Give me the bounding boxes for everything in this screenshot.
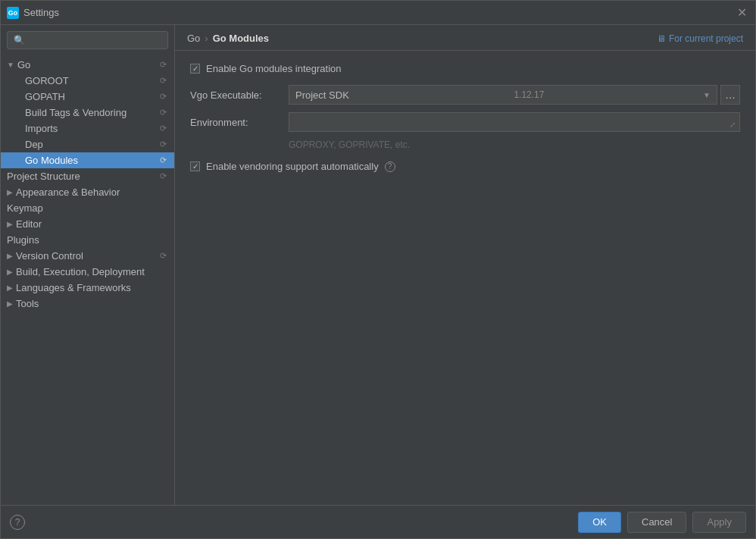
ok-button[interactable]: OK [578,512,621,533]
reset-icon: ⟳ [158,171,168,182]
sidebar-item-goroot[interactable]: GOROOT ⟳ [1,73,174,89]
sidebar-item-label: Dep [25,139,158,150]
cancel-button[interactable]: Cancel [627,512,686,533]
sidebar-item-gopath[interactable]: GOPATH ⟳ [1,89,174,105]
chevron-right-icon: ▶ [7,299,13,308]
enable-vendoring-label: Enable vendoring support automatically [206,161,379,172]
sidebar-item-label: Imports [25,123,158,134]
sidebar-item-label: Plugins [7,234,168,246]
sidebar-item-label: Project Structure [7,171,158,182]
sidebar-item-label: Build, Execution, Deployment [16,266,168,277]
sidebar-item-languages-frameworks[interactable]: ▶ Languages & Frameworks [1,280,174,296]
sidebar: 🔍 ▼ Go ⟳ GOROOT ⟳ GOPATH ⟳ [1,25,175,505]
sidebar-item-go-modules[interactable]: Go Modules ⟳ [1,152,174,168]
search-box[interactable]: 🔍 [7,31,168,49]
vgo-browse-button[interactable]: … [720,85,740,105]
enable-vendoring-row: Enable vendoring support automatically ? [190,161,740,172]
for-project-label: For current project [669,33,743,44]
version-badge: 1.12.17 [514,89,544,100]
vgo-executable-row: Vgo Executable: Project SDK 1.12.17 ▼ … [190,85,740,105]
tree-section: ▼ Go ⟳ GOROOT ⟳ GOPATH ⟳ Build Tags & Ve… [1,55,174,505]
title-bar-text: Settings [23,7,734,18]
sidebar-item-tools[interactable]: ▶ Tools [1,296,174,312]
breadcrumb-separator: › [205,33,208,44]
for-current-project-link[interactable]: 🖥 For current project [657,33,743,44]
app-icon: Go [7,7,19,19]
vgo-executable-value: Project SDK [295,89,349,101]
breadcrumb: Go › Go Modules 🖥 For current project [175,25,755,51]
sidebar-item-label: Appearance & Behavior [16,186,168,198]
reset-icon: ⟳ [158,76,168,86]
chevron-right-icon: ▶ [7,220,13,228]
sidebar-item-project-structure[interactable]: Project Structure ⟳ [1,168,174,184]
enable-modules-label: Enable Go modules integration [206,63,342,74]
environment-hint: GOPROXY, GOPRIVATE, etc. [190,139,740,150]
bottom-bar: ? OK Cancel Apply [1,505,755,538]
reset-icon: ⟳ [158,92,168,102]
reset-icon: ⟳ [158,124,168,134]
apply-button[interactable]: Apply [692,512,746,533]
sidebar-item-label: Keymap [7,202,168,214]
enable-vendoring-checkbox[interactable] [190,161,200,171]
close-button[interactable]: ✕ [734,5,749,20]
sidebar-item-label: Version Control [16,250,158,262]
sidebar-item-label: Build Tags & Vendoring [25,107,158,118]
content-area: 🔍 ▼ Go ⟳ GOROOT ⟳ GOPATH ⟳ [1,25,755,505]
panel-content: Enable Go modules integration Vgo Execut… [175,51,755,505]
search-icon: 🔍 [14,35,25,45]
enable-modules-row: Enable Go modules integration [190,63,740,74]
help-button[interactable]: ? [10,515,25,530]
sidebar-item-build-execution[interactable]: ▶ Build, Execution, Deployment [1,264,174,280]
sidebar-item-build-tags[interactable]: Build Tags & Vendoring ⟳ [1,105,174,121]
sidebar-item-editor[interactable]: ▶ Editor [1,216,174,232]
settings-window: Go Settings ✕ 🔍 ▼ Go ⟳ GOROOT ⟳ [0,0,756,539]
sidebar-item-dep[interactable]: Dep ⟳ [1,136,174,152]
expand-icon[interactable]: ⤢ [727,119,738,130]
chevron-right-icon: ▶ [7,188,13,196]
main-panel: Go › Go Modules 🖥 For current project En… [175,25,755,505]
sidebar-item-label: Languages & Frameworks [16,282,168,293]
sidebar-item-label: Go Modules [25,155,158,166]
sidebar-item-go[interactable]: ▼ Go ⟳ [1,57,174,73]
sidebar-item-version-control[interactable]: ▶ Version Control ⟳ [1,248,174,264]
title-bar: Go Settings ✕ [1,1,755,25]
sidebar-item-imports[interactable]: Imports ⟳ [1,121,174,136]
environment-input[interactable]: ⤢ [289,112,740,132]
enable-modules-checkbox[interactable] [190,64,200,74]
dropdown-icon: ▼ [703,91,711,99]
environment-label: Environment: [190,117,289,128]
environment-row: Environment: ⤢ [190,112,740,132]
reset-icon: ⟳ [158,139,168,150]
chevron-right-icon: ▶ [7,284,13,292]
search-input[interactable] [28,35,161,45]
chevron-down-icon: ▼ [7,61,14,69]
reset-icon: ⟳ [158,108,168,118]
sidebar-item-label: GOROOT [25,75,158,86]
sidebar-item-label: Editor [16,218,168,230]
reset-icon: ⟳ [158,155,168,166]
reset-icon: ⟳ [158,251,168,262]
sidebar-item-label: GOPATH [25,91,158,102]
chevron-right-icon: ▶ [7,252,13,260]
chevron-right-icon: ▶ [7,268,13,276]
sidebar-item-keymap[interactable]: Keymap [1,200,174,216]
breadcrumb-root: Go [187,33,200,44]
vgo-executable-select[interactable]: Project SDK 1.12.17 ▼ [289,85,717,105]
sidebar-item-label: Tools [16,298,168,309]
help-tooltip-icon[interactable]: ? [385,161,395,172]
reset-icon: ⟳ [158,60,168,71]
sidebar-item-label: Go [17,59,158,71]
vgo-executable-control: Project SDK 1.12.17 ▼ … [289,85,740,105]
monitor-icon: 🖥 [657,33,666,44]
environment-control: ⤢ [289,112,740,132]
breadcrumb-current: Go Modules [213,33,269,44]
sidebar-item-appearance-behavior[interactable]: ▶ Appearance & Behavior [1,184,174,200]
vgo-executable-label: Vgo Executable: [190,89,289,101]
sidebar-item-plugins[interactable]: Plugins [1,232,174,248]
